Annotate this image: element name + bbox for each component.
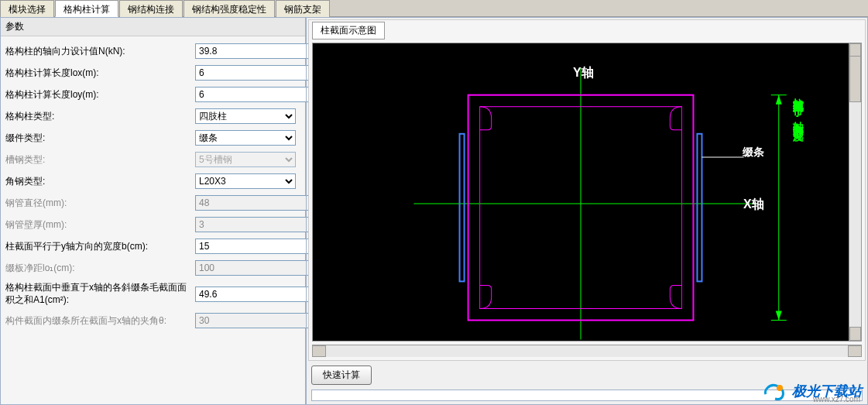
svg-rect-5 xyxy=(697,134,702,282)
label-channel-type: 槽钢类型: xyxy=(5,153,195,166)
svg-marker-11 xyxy=(776,311,782,320)
select-angle-type[interactable]: L20X3 xyxy=(195,173,296,189)
input-axial-force[interactable] xyxy=(195,43,319,59)
label-lacing-type: 缀件类型: xyxy=(5,132,195,145)
scrollbar-vertical[interactable] xyxy=(849,43,861,341)
panel-title: 参数 xyxy=(1,18,305,36)
label-lacing-angle: 构件截面内缀条所在截面与x轴的夹角θ: xyxy=(5,314,195,328)
main-tab-bar: 模块选择 格构柱计算 钢结构连接 钢结构强度稳定性 钢筋支架 xyxy=(0,0,868,17)
label-lacing-clear-span: 缀板净距lo₁(cm): xyxy=(5,262,195,275)
watermark-url: www.xz7.com xyxy=(813,395,860,403)
dimension-vertical-text: 柱截面平行于Y轴方向的宽度b xyxy=(791,90,805,136)
input-pipe-diameter xyxy=(195,195,319,211)
diagram-tab[interactable]: 柱截面示意图 xyxy=(312,22,385,39)
input-section-width-b[interactable] xyxy=(195,239,319,254)
label-section-width-b: 柱截面平行于y轴方向的宽度b(cm): xyxy=(5,240,195,253)
lacing-annotation: 缀条 xyxy=(743,146,764,160)
quick-calc-button[interactable]: 快速计算 xyxy=(311,366,372,385)
tab-steel-connection[interactable]: 钢结构连接 xyxy=(119,0,183,17)
tab-module-select[interactable]: 模块选择 xyxy=(0,0,54,17)
input-lacing-angle xyxy=(195,313,319,328)
svg-rect-4 xyxy=(460,134,465,282)
watermark: 极光下载站 www.xz7.com xyxy=(763,380,862,402)
tab-rebar-support[interactable]: 钢筋支架 xyxy=(276,0,330,17)
select-lacing-type[interactable]: 缀条 xyxy=(195,130,296,146)
tab-steel-strength[interactable]: 钢结构强度稳定性 xyxy=(184,0,275,17)
select-channel-type: 5号槽钢 xyxy=(195,152,296,167)
select-column-type[interactable]: 四肢柱 xyxy=(195,108,296,124)
svg-point-12 xyxy=(777,385,783,391)
input-calc-length-lox[interactable] xyxy=(195,65,319,81)
scrollbar-horizontal[interactable] xyxy=(312,345,862,357)
input-pipe-thickness xyxy=(195,217,319,232)
watermark-icon xyxy=(763,380,787,402)
svg-marker-10 xyxy=(776,95,782,105)
label-angle-type: 角钢类型: xyxy=(5,175,195,188)
label-column-type: 格构柱类型: xyxy=(5,110,195,123)
input-lacing-clear-span xyxy=(195,260,319,276)
x-axis-label: X轴 xyxy=(743,197,764,213)
input-lacing-area-a1[interactable] xyxy=(195,287,319,302)
label-calc-length-lox: 格构柱计算长度lox(m): xyxy=(5,67,195,80)
label-pipe-diameter: 钢管直径(mm): xyxy=(5,197,195,210)
cross-section-diagram: Y轴 X轴 缀条 柱截面平行于Y轴方向的宽度b xyxy=(313,43,849,341)
label-calc-length-loy: 格构柱计算长度loy(m): xyxy=(5,88,195,101)
diagram-svg xyxy=(313,43,849,341)
y-axis-label: Y轴 xyxy=(573,65,594,81)
tab-lattice-column[interactable]: 格构柱计算 xyxy=(55,0,118,17)
label-pipe-thickness: 钢管壁厚(mm): xyxy=(5,218,195,232)
input-calc-length-loy[interactable] xyxy=(195,87,319,102)
label-axial-force: 格构柱的轴向力设计值N(kN): xyxy=(5,45,195,58)
label-lacing-area-a1: 格构柱截面中垂直于x轴的各斜缀条毛截面面积之和A1(cm²): xyxy=(5,282,195,306)
parameters-panel: 参数 格构柱的轴向力设计值N(kN): 格构柱计算长度lox(m): 格构柱计算… xyxy=(0,17,306,405)
